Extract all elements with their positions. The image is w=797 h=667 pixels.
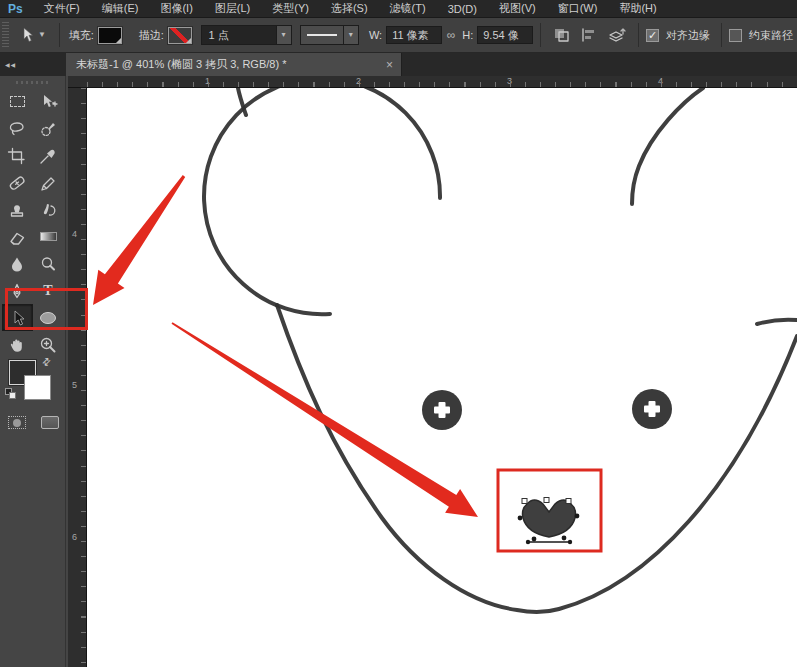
ruler-tick-label: 3 (507, 76, 512, 86)
canvas-drawing (87, 88, 797, 667)
annotation-box-tools (5, 288, 88, 330)
width-label: W: (369, 29, 382, 41)
ruler-tick-label: 4 (72, 229, 77, 239)
default-colors-icon[interactable] (5, 388, 17, 400)
tool-eyedropper[interactable] (33, 142, 64, 169)
menu-edit[interactable]: 编辑(E) (91, 1, 150, 16)
head-outline-path (277, 305, 797, 612)
left-eye (422, 390, 462, 430)
ruler-tick-label: 2 (356, 76, 361, 86)
link-dimensions-icon[interactable]: ∞ (447, 28, 456, 42)
tool-move[interactable] (33, 88, 64, 115)
tool-zoom[interactable] (33, 331, 64, 358)
document-tab[interactable]: 未标题-1 @ 401% (椭圆 3 拷贝 3, RGB/8) * × (66, 53, 402, 76)
menu-view[interactable]: 视图(V) (488, 1, 547, 16)
tool-eraser[interactable] (2, 223, 33, 250)
tool-spot-healing-brush[interactable] (2, 169, 33, 196)
stroke-width-value: 1 点 (202, 28, 276, 43)
tool-lasso[interactable] (2, 115, 33, 142)
tool-rectangular-marquee[interactable] (2, 88, 33, 115)
close-tab-icon[interactable]: × (386, 58, 393, 72)
document-canvas[interactable] (87, 88, 797, 667)
tool-clone-stamp[interactable] (2, 196, 33, 223)
shape-height-value: 9.54 像 (483, 28, 518, 43)
shape-height-field[interactable]: 9.54 像 (477, 26, 533, 44)
anchor-point[interactable] (562, 536, 567, 541)
dodge-icon (38, 255, 58, 273)
solid-line-icon (307, 34, 337, 36)
constrain-path-checkbox[interactable] (729, 29, 742, 42)
menu-select[interactable]: 选择(S) (320, 1, 379, 16)
tool-history-brush[interactable] (33, 196, 64, 223)
anchor-point[interactable] (566, 499, 571, 504)
healing-brush-icon (7, 174, 27, 192)
menu-type[interactable]: 类型(Y) (261, 1, 320, 16)
nose-shape[interactable] (523, 500, 576, 537)
align-edges-option[interactable]: ✓ 对齐边缘 (646, 28, 714, 43)
menu-3d[interactable]: 3D(D) (437, 3, 488, 15)
swatch-caret-icon (186, 38, 191, 43)
menu-image[interactable]: 图像(I) (149, 1, 203, 16)
ruler-tick-label: 4 (658, 76, 663, 86)
default-bg (9, 392, 16, 399)
menu-bar: Ps 文件(F) 编辑(E) 图像(I) 图层(L) 类型(Y) 选择(S) 滤… (0, 0, 797, 18)
tool-quick-selection[interactable] (33, 115, 64, 142)
tool-dodge[interactable] (33, 250, 64, 277)
shape-width-field[interactable]: 11 像素 (386, 26, 442, 44)
horizontal-ruler[interactable]: 1 2 3 4 (68, 76, 797, 88)
eraser-icon (7, 228, 27, 246)
screen-mode-button[interactable] (41, 416, 59, 429)
collapse-panel-button[interactable]: ◀◀ (0, 53, 66, 76)
anchor-point[interactable] (532, 537, 537, 542)
path-operations-button[interactable] (551, 25, 573, 45)
menu-window[interactable]: 窗口(W) (547, 1, 609, 16)
fill-color-swatch[interactable] (98, 27, 122, 44)
right-ear-path (632, 88, 703, 204)
dropdown-button[interactable]: ▾ (276, 26, 291, 44)
quick-selection-icon (38, 120, 58, 138)
fill-label: 填充: (69, 28, 94, 43)
options-bar: ▼ 填充: 描边: 1 点 ▾ ▾ W: 11 像素 ∞ H: 9.54 像 (0, 18, 797, 53)
quick-mask-button[interactable] (8, 416, 26, 429)
divider (721, 23, 722, 47)
constrain-path-option[interactable]: 约束路径 (729, 28, 797, 43)
marquee-icon (10, 96, 25, 107)
tool-pencil[interactable] (33, 169, 64, 196)
anchor-point[interactable] (522, 499, 527, 504)
handle-point[interactable] (526, 540, 530, 544)
path-arrangement-button[interactable] (606, 25, 628, 45)
lasso-icon (7, 120, 27, 138)
tool-crop[interactable] (2, 142, 33, 169)
left-ear-path (204, 88, 440, 314)
hand-icon (7, 336, 27, 354)
menu-help[interactable]: 帮助(H) (608, 1, 667, 16)
constrain-path-label: 约束路径 (749, 28, 793, 43)
stroke-type-dropdown[interactable]: ▾ (300, 25, 359, 45)
tool-hand[interactable] (2, 331, 33, 358)
document-title: 未标题-1 @ 401% (椭圆 3 拷贝 3, RGB/8) * (76, 57, 380, 72)
menu-filter[interactable]: 滤镜(T) (379, 1, 437, 16)
anchor-point[interactable] (575, 514, 580, 519)
handle-point[interactable] (568, 540, 572, 544)
stroke-color-swatch[interactable] (168, 27, 192, 44)
dropdown-button[interactable]: ▾ (343, 26, 358, 44)
vertical-ruler[interactable]: 4 5 6 (68, 88, 87, 667)
menu-file[interactable]: 文件(F) (33, 1, 91, 16)
anchor-point[interactable] (518, 516, 523, 521)
anchor-point[interactable] (544, 498, 549, 503)
caret-down-icon: ▼ (38, 31, 46, 39)
history-brush-icon (38, 201, 58, 219)
panel-grip[interactable] (16, 81, 50, 84)
tool-gradient[interactable] (33, 223, 64, 250)
align-edges-label: 对齐边缘 (666, 28, 710, 43)
background-color-swatch[interactable] (24, 375, 51, 400)
right-ear-junction-path (757, 320, 797, 324)
menu-layer[interactable]: 图层(L) (204, 1, 261, 16)
align-edges-checkbox[interactable]: ✓ (646, 29, 659, 42)
tool-blur[interactable] (2, 250, 33, 277)
stroke-width-dropdown[interactable]: 1 点 ▾ (201, 25, 292, 45)
gradient-icon (40, 232, 57, 241)
tool-preset-picker[interactable]: ▼ (13, 27, 52, 43)
path-alignment-button[interactable] (578, 25, 600, 45)
options-bar-grip[interactable] (2, 22, 9, 48)
